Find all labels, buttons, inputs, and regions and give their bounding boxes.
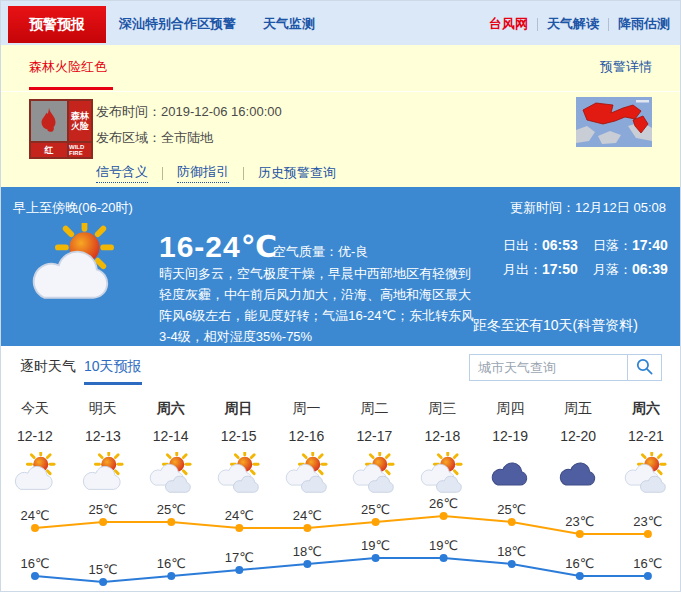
warning-panel: 森林火险红色 预警详情 森林 火险 红 WILD FIRE 发布时间：2019-…: [1, 45, 680, 187]
tab-hourly-weather[interactable]: 逐时天气: [20, 358, 76, 376]
day-date: 12-14: [137, 422, 205, 450]
forecast-day-12-14[interactable]: 周六12-14: [137, 394, 205, 500]
tab-ten-day-forecast[interactable]: 10天预报: [84, 358, 142, 385]
svg-text:16℃: 16℃: [565, 556, 594, 571]
day-date: 12-15: [205, 422, 273, 450]
sun-clouds-icon: [273, 450, 341, 500]
badge-level-label: 红: [31, 143, 67, 157]
svg-text:16℃: 16℃: [20, 556, 49, 571]
svg-text:19℃: 19℃: [361, 538, 390, 553]
sun-clouds-icon: [205, 450, 273, 500]
warning-area-map: [576, 97, 652, 147]
ten-day-forecast: 今天12-12 明天12-13 周六12-14 周日12-15 周一12-16 …: [1, 386, 680, 592]
svg-text:25℃: 25℃: [89, 502, 118, 517]
link-defense-guide[interactable]: 防御指引: [177, 163, 229, 183]
sun-clouds-icon: [612, 450, 680, 500]
forecast-tabbar: 逐时天气 10天预报: [1, 346, 680, 386]
day-date: 12-16: [273, 422, 341, 450]
solstice-note: 距冬至还有10天(科普资料): [473, 317, 638, 335]
publish-area-row: 发布区域：全市陆地: [96, 129, 213, 147]
sunset-label: 日落：17:40: [593, 237, 668, 255]
tab-warning-forecast[interactable]: 预警预报: [8, 6, 106, 43]
forecast-day-12-18[interactable]: 周三12-18: [408, 394, 476, 500]
day-name: 周一: [273, 394, 341, 422]
search-input[interactable]: [469, 354, 627, 381]
tab-shenshan-warning[interactable]: 深汕特别合作区预警: [119, 15, 236, 33]
day-date: 12-12: [1, 422, 69, 450]
separator: [537, 18, 538, 31]
temperature-chart: 24℃25℃25℃24℃24℃25℃26℃25℃23℃23℃16℃15℃16℃1…: [1, 498, 681, 592]
svg-text:23℃: 23℃: [565, 514, 594, 529]
svg-text:25℃: 25℃: [157, 502, 186, 517]
forecast-day-12-21[interactable]: 周六12-21: [612, 394, 680, 500]
moonrise-label: 月出：17:50: [503, 261, 578, 279]
separator: [608, 18, 609, 31]
day-name: 周六: [612, 394, 680, 422]
badge-level-en-label: WILD FIRE: [69, 143, 91, 157]
link-weather-interpretation[interactable]: 天气解读: [547, 15, 599, 33]
svg-text:15℃: 15℃: [89, 562, 118, 577]
moonset-label: 月落：06:39: [593, 261, 668, 279]
forecast-day-12-17[interactable]: 周二12-17: [340, 394, 408, 500]
tab-weather-monitor[interactable]: 天气监测: [263, 15, 315, 33]
svg-text:24℃: 24℃: [293, 508, 322, 523]
day-name: 周三: [408, 394, 476, 422]
forecast-period-label: 早上至傍晚(06-20时): [13, 199, 133, 217]
day-date: 12-19: [476, 422, 544, 450]
link-signal-meaning[interactable]: 信号含义: [96, 163, 148, 183]
link-warning-history[interactable]: 历史预警查询: [258, 164, 336, 182]
svg-text:18℃: 18℃: [293, 544, 322, 559]
svg-text:25℃: 25℃: [361, 502, 390, 517]
warning-title-underline: [29, 87, 113, 90]
forecast-day-12-12[interactable]: 今天12-12: [1, 394, 69, 500]
svg-text:19℃: 19℃: [429, 538, 458, 553]
air-quality-label: 空气质量：优-良: [273, 243, 368, 261]
svg-text:16℃: 16℃: [633, 556, 662, 571]
flame-icon: [31, 101, 67, 141]
current-conditions-panel: 早上至傍晚(06-20时) 更新时间：12月12日 05:08 16-24℃ 空…: [1, 187, 680, 346]
badge-type-label: 森林 火险: [69, 101, 91, 141]
separator: [243, 167, 244, 180]
forecast-day-12-13[interactable]: 明天12-13: [69, 394, 137, 500]
sun-cloud-icon: [69, 450, 137, 500]
day-date: 12-13: [69, 422, 137, 450]
forecast-day-12-20[interactable]: 周五12-20: [544, 394, 612, 500]
day-name: 周二: [340, 394, 408, 422]
day-date: 12-20: [544, 422, 612, 450]
forecast-day-12-16[interactable]: 周一12-16: [273, 394, 341, 500]
warning-title[interactable]: 森林火险红色: [29, 58, 107, 76]
day-date: 12-17: [340, 422, 408, 450]
svg-text:23℃: 23℃: [633, 514, 662, 529]
day-name: 周四: [476, 394, 544, 422]
wildfire-red-warning-badge: 森林 火险 红 WILD FIRE: [29, 99, 93, 159]
sun-clouds-icon: [340, 450, 408, 500]
sun-clouds-icon: [137, 450, 205, 500]
svg-text:24℃: 24℃: [225, 508, 254, 523]
day-name: 周日: [205, 394, 273, 422]
link-typhoon-net[interactable]: 台风网: [489, 15, 528, 33]
svg-text:25℃: 25℃: [497, 502, 526, 517]
svg-text:26℃: 26℃: [429, 498, 458, 511]
warning-links: 信号含义 防御指引 历史预警查询: [96, 163, 336, 183]
sunrise-label: 日出：06:53: [503, 237, 578, 255]
weather-page: 预警预报 深汕特别合作区预警 天气监测 台风网 天气解读 降雨估测 森林火险红色…: [0, 0, 681, 592]
forecast-day-12-15[interactable]: 周日12-15: [205, 394, 273, 500]
update-time-label: 更新时间：12月12日 05:08: [510, 199, 666, 217]
overcast-icon: [476, 450, 544, 500]
day-name: 明天: [69, 394, 137, 422]
svg-text:24℃: 24℃: [20, 508, 49, 523]
sun-cloud-icon: [27, 223, 119, 319]
day-name: 周六: [137, 394, 205, 422]
publish-time-row: 发布时间：2019-12-06 16:00:00: [96, 103, 282, 121]
day-name: 周五: [544, 394, 612, 422]
search-icon: [635, 357, 654, 379]
nav-right-links: 台风网 天气解读 降雨估测: [489, 15, 670, 33]
warning-detail-link[interactable]: 预警详情: [600, 58, 652, 76]
forecast-columns: 今天12-12 明天12-13 周六12-14 周日12-15 周一12-16 …: [1, 394, 680, 500]
svg-text:18℃: 18℃: [497, 544, 526, 559]
link-rain-estimate[interactable]: 降雨估测: [618, 15, 670, 33]
sun-clouds-icon: [408, 450, 476, 500]
forecast-day-12-19[interactable]: 周四12-19: [476, 394, 544, 500]
day-date: 12-21: [612, 422, 680, 450]
search-button[interactable]: [627, 354, 662, 381]
